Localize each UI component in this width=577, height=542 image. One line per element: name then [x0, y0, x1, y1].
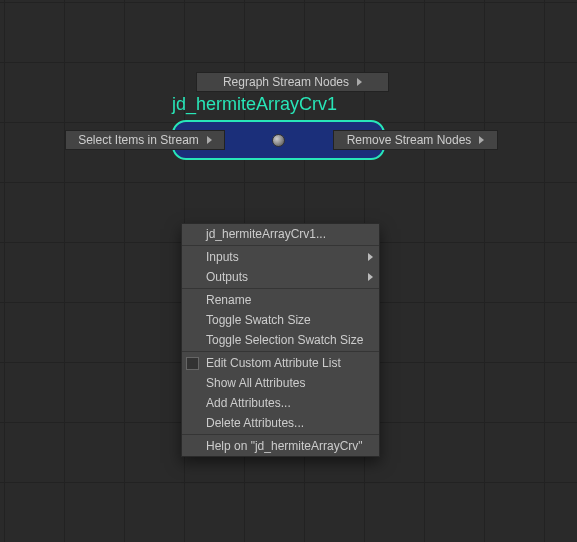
menu-separator [182, 245, 379, 246]
menu-item-delete-attr[interactable]: Delete Attributes... [182, 413, 379, 433]
remove-label: Remove Stream Nodes [347, 133, 472, 147]
menu-item-inputs[interactable]: Inputs [182, 247, 379, 267]
regraph-label: Regraph Stream Nodes [223, 75, 349, 89]
menu-label: Add Attributes... [206, 396, 291, 410]
menu-item-rename[interactable]: Rename [182, 290, 379, 310]
menu-item-add-attr[interactable]: Add Attributes... [182, 393, 379, 413]
arrow-right-icon [207, 136, 212, 144]
menu-separator [182, 351, 379, 352]
menu-label: Edit Custom Attribute List [206, 356, 341, 370]
chevron-right-icon [368, 273, 373, 281]
menu-item-toggle-swatch[interactable]: Toggle Swatch Size [182, 310, 379, 330]
menu-label: Help on "jd_hermiteArrayCrv" [206, 439, 363, 453]
menu-item-show-all-attr[interactable]: Show All Attributes [182, 373, 379, 393]
menu-item-toggle-selection-swatch[interactable]: Toggle Selection Swatch Size [182, 330, 379, 350]
menu-item-help[interactable]: Help on "jd_hermiteArrayCrv" [182, 436, 379, 456]
menu-label: Inputs [206, 250, 239, 264]
menu-item-edit-custom-attr[interactable]: Edit Custom Attribute List [182, 353, 379, 373]
checkbox-icon[interactable] [186, 357, 199, 370]
node-port-icon[interactable] [272, 134, 285, 147]
menu-label: Toggle Swatch Size [206, 313, 311, 327]
menu-label: Rename [206, 293, 251, 307]
menu-label: Delete Attributes... [206, 416, 304, 430]
context-menu: jd_hermiteArrayCrv1... Inputs Outputs Re… [181, 223, 380, 457]
regraph-stream-button[interactable]: Regraph Stream Nodes [196, 72, 389, 92]
select-items-button[interactable]: Select Items in Stream [65, 130, 225, 150]
arrow-right-icon [479, 136, 484, 144]
chevron-right-icon [368, 253, 373, 261]
menu-separator [182, 288, 379, 289]
menu-label: Toggle Selection Swatch Size [206, 333, 363, 347]
menu-label: Show All Attributes [206, 376, 305, 390]
menu-separator [182, 434, 379, 435]
remove-stream-button[interactable]: Remove Stream Nodes [333, 130, 498, 150]
menu-label: jd_hermiteArrayCrv1... [206, 227, 326, 241]
select-label: Select Items in Stream [78, 133, 199, 147]
menu-item-outputs[interactable]: Outputs [182, 267, 379, 287]
menu-item-node-name[interactable]: jd_hermiteArrayCrv1... [182, 224, 379, 244]
menu-label: Outputs [206, 270, 248, 284]
arrow-right-icon [357, 78, 362, 86]
node-title: jd_hermiteArrayCrv1 [172, 94, 337, 115]
